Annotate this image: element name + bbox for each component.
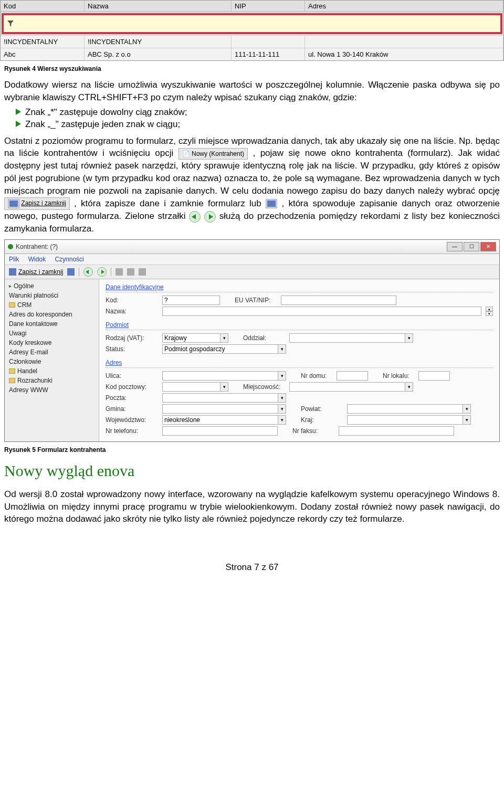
spinner[interactable]: ▴▾ bbox=[486, 307, 493, 316]
label-miejscowosc: Miejscowość: bbox=[243, 383, 285, 391]
input-status[interactable] bbox=[162, 344, 278, 354]
input-nrdomu[interactable] bbox=[337, 371, 368, 381]
input-powiat[interactable] bbox=[347, 404, 463, 414]
sidebar-item-adres-koresp[interactable]: Adres do koresponden bbox=[5, 310, 99, 319]
input-nrtelefonu[interactable] bbox=[162, 426, 278, 436]
disk-icon bbox=[9, 268, 16, 276]
cell-adres bbox=[305, 36, 503, 48]
sidebar-item-handel[interactable]: Handel bbox=[5, 366, 99, 376]
minimize-button[interactable]: — bbox=[447, 242, 463, 251]
close-button[interactable]: ✕ bbox=[480, 242, 496, 251]
chevron-down-icon[interactable]: ▾ bbox=[220, 382, 228, 392]
input-nazwa[interactable] bbox=[162, 307, 481, 316]
filter-icon bbox=[7, 20, 14, 27]
input-miejscowosc[interactable] bbox=[289, 382, 405, 392]
combo-powiat[interactable]: ▾ bbox=[347, 404, 471, 414]
col-nazwa[interactable]: Nazwa bbox=[85, 1, 232, 12]
chevron-down-icon[interactable]: ▾ bbox=[220, 333, 228, 343]
app-icon bbox=[8, 244, 13, 249]
sidebar-item-email[interactable]: Adresy E-mail bbox=[5, 347, 99, 357]
section-title: Nowy wygląd enova bbox=[4, 462, 500, 480]
table-header: Kod Nazwa NIP Adres bbox=[1, 1, 503, 12]
sidebar-item-warunki[interactable]: Warunki płatności bbox=[5, 291, 99, 300]
chevron-down-icon[interactable]: ▾ bbox=[405, 333, 413, 343]
combo-wojewodztwo[interactable]: ▾ bbox=[162, 415, 286, 425]
sidebar-item-rozrachunki[interactable]: Rozrachunki bbox=[5, 376, 99, 385]
search-row[interactable] bbox=[2, 13, 502, 34]
label-nrfaksu: Nr faksu: bbox=[292, 427, 334, 435]
table-row[interactable]: !INCYDENTALNY !INCYDENTALNY bbox=[1, 35, 503, 48]
chevron-down-icon[interactable]: ▾ bbox=[405, 382, 413, 392]
sidebar-label: Uwagi bbox=[9, 330, 26, 337]
arrow-right-icon[interactable] bbox=[204, 211, 216, 223]
sidebar-item-dane-kontakt[interactable]: Dane kontaktowe bbox=[5, 319, 99, 329]
menu-plik[interactable]: Plik bbox=[9, 256, 19, 263]
sidebar-label: Ogólne bbox=[14, 282, 34, 290]
tool-icon[interactable] bbox=[139, 268, 146, 276]
sidebar-item-uwagi[interactable]: Uwagi bbox=[5, 329, 99, 338]
chevron-down-icon[interactable]: ▾ bbox=[278, 404, 286, 414]
combo-kodpocztowy[interactable]: ▾ bbox=[162, 382, 228, 392]
tool-icon[interactable] bbox=[116, 268, 123, 276]
bullet-item: Znak „_" zastępuje jeden znak w ciągu; bbox=[16, 119, 504, 130]
label-nrtelefonu: Nr telefonu: bbox=[106, 427, 158, 435]
input-euvat[interactable] bbox=[281, 296, 396, 305]
sidebar-label: Warunki płatności bbox=[9, 292, 58, 299]
input-poczta[interactable] bbox=[162, 393, 278, 403]
disk-icon[interactable] bbox=[266, 199, 277, 208]
menu-czynnosci[interactable]: Czynności bbox=[55, 256, 83, 263]
menu-widok[interactable]: Widok bbox=[28, 256, 46, 263]
input-nrfaksu[interactable] bbox=[339, 426, 454, 436]
disk-icon[interactable] bbox=[67, 268, 75, 276]
chevron-down-icon[interactable]: ▾ bbox=[463, 415, 471, 425]
table-row[interactable]: Abc ABC Sp. z o.o 111-11-11-111 ul. Nowa… bbox=[1, 48, 503, 60]
cell-nip bbox=[232, 36, 305, 48]
combo-gmina[interactable]: ▾ bbox=[162, 404, 286, 414]
input-rodzaj[interactable] bbox=[162, 333, 220, 343]
sidebar-item-ogolne[interactable]: ▸Ogólne bbox=[5, 281, 99, 291]
combo-poczta[interactable]: ▾ bbox=[162, 393, 286, 403]
label-rodzaj: Rodzaj (VAT): bbox=[106, 334, 158, 342]
input-kraj[interactable] bbox=[347, 415, 463, 425]
sidebar-item-kody[interactable]: Kody kreskowe bbox=[5, 338, 99, 347]
sidebar-item-www[interactable]: Adresy WWW bbox=[5, 385, 99, 395]
chevron-down-icon[interactable]: ▾ bbox=[278, 415, 286, 425]
chevron-down-icon[interactable]: ▾ bbox=[278, 393, 286, 403]
chevron-down-icon[interactable]: ▾ bbox=[463, 404, 471, 414]
arrow-left-icon[interactable] bbox=[83, 267, 93, 277]
cell-nip: 111-11-11-111 bbox=[232, 48, 305, 60]
cell-nazwa: ABC Sp. z o.o bbox=[85, 48, 232, 60]
combo-kraj[interactable]: ▾ bbox=[347, 415, 471, 425]
input-gmina[interactable] bbox=[162, 404, 278, 414]
nowy-kontrahent-button[interactable]: 📄 Nowy (Kontrahent) bbox=[178, 148, 248, 160]
separator bbox=[79, 268, 79, 276]
combo-oddzial[interactable]: ▾ bbox=[289, 333, 413, 343]
col-kod[interactable]: Kod bbox=[1, 1, 85, 12]
sidebar-item-czlonkowie[interactable]: Członkowie bbox=[5, 357, 99, 366]
label-status: Status: bbox=[106, 345, 158, 353]
tool-icon[interactable] bbox=[127, 268, 134, 276]
input-oddzial[interactable] bbox=[289, 333, 405, 343]
input-wojewodztwo[interactable] bbox=[162, 415, 278, 425]
combo-ulica[interactable]: ▾ bbox=[162, 371, 286, 381]
chevron-down-icon[interactable]: ▾ bbox=[278, 344, 286, 354]
input-nrlokalu[interactable] bbox=[418, 371, 450, 381]
arrow-right-icon[interactable] bbox=[97, 267, 107, 277]
input-kodpocztowy[interactable] bbox=[162, 382, 220, 392]
chevron-down-icon[interactable]: ▾ bbox=[278, 371, 286, 381]
label-kod: Kod: bbox=[106, 297, 158, 304]
input-kod[interactable] bbox=[162, 296, 220, 305]
combo-rodzaj[interactable]: ▾ bbox=[162, 333, 228, 343]
zapisz-zamknij-button[interactable]: Zapisz i zamknij bbox=[4, 197, 70, 210]
window-title: Kontrahent: (?) bbox=[16, 243, 447, 250]
arrow-left-icon[interactable] bbox=[189, 211, 201, 223]
combo-miejscowosc[interactable]: ▾ bbox=[289, 382, 413, 392]
toolbar: Zapisz i zamknij bbox=[5, 265, 499, 279]
input-ulica[interactable] bbox=[162, 371, 278, 381]
maximize-button[interactable]: ☐ bbox=[464, 242, 479, 251]
col-nip[interactable]: NIP bbox=[232, 1, 305, 12]
sidebar-item-crm[interactable]: CRM bbox=[5, 300, 99, 310]
col-adres[interactable]: Adres bbox=[305, 1, 503, 12]
combo-status[interactable]: ▾ bbox=[162, 344, 286, 354]
zapisz-zamknij-button[interactable]: Zapisz i zamknij bbox=[9, 268, 63, 276]
